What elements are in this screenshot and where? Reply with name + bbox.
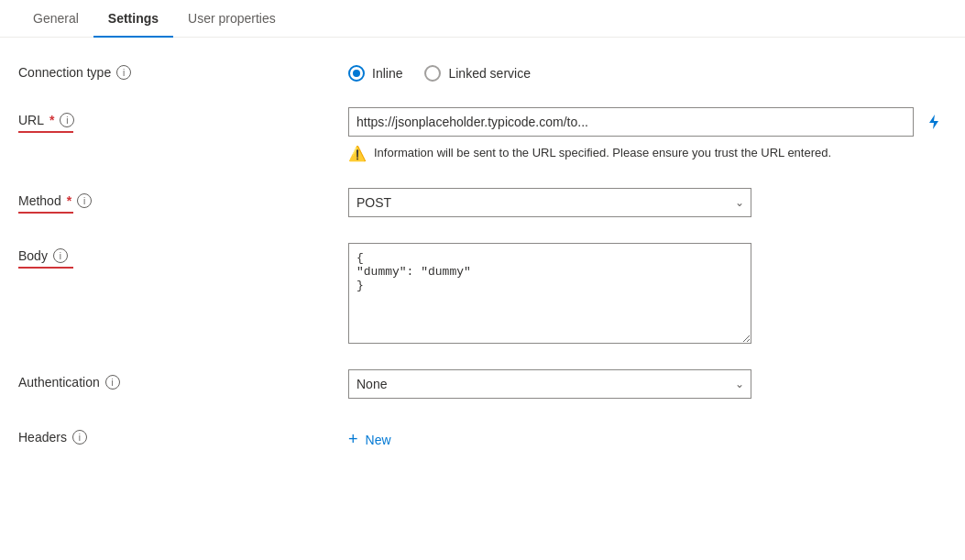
url-underline (18, 131, 73, 133)
url-field-group: ⚠️ Information will be sent to the URL s… (348, 107, 947, 162)
radio-inline-label: Inline (372, 66, 402, 81)
tab-settings[interactable]: Settings (93, 0, 173, 37)
url-required-star: * (49, 113, 54, 127)
headers-label-area: Headers i (18, 424, 348, 445)
body-label-area: Body i (18, 243, 348, 269)
radio-linked-service-circle[interactable] (424, 65, 441, 82)
radio-linked-service-label: Linked service (448, 66, 531, 81)
method-required-star: * (67, 193, 71, 208)
body-info-icon[interactable]: i (53, 248, 68, 263)
authentication-select[interactable]: None Basic Bearer token (348, 369, 751, 399)
authentication-row: Authentication i None Basic Bearer token… (18, 369, 947, 399)
method-row: Method * i POST GET PUT DELETE PATCH ⌄ (18, 188, 947, 217)
authentication-select-wrapper: None Basic Bearer token ⌄ (348, 369, 751, 399)
settings-content: Connection type i Inline Linked service … (0, 38, 965, 497)
plus-icon: + (348, 430, 358, 449)
authentication-info-icon[interactable]: i (105, 375, 120, 390)
headers-info-icon[interactable]: i (72, 430, 87, 445)
authentication-label: Authentication (18, 375, 100, 390)
headers-add-new-button[interactable]: + New (348, 424, 391, 449)
tab-general[interactable]: General (18, 0, 93, 37)
method-select[interactable]: POST GET PUT DELETE PATCH (348, 188, 751, 217)
url-label: URL (18, 113, 44, 127)
connection-type-row: Connection type i Inline Linked service (18, 60, 947, 82)
body-row: Body i { "dummy": "dummy" } (18, 243, 947, 344)
url-warning-text: Information will be sent to the URL spec… (374, 144, 831, 162)
bolt-icon[interactable] (921, 109, 947, 135)
svg-marker-0 (929, 115, 938, 129)
method-select-wrapper: POST GET PUT DELETE PATCH ⌄ (348, 188, 751, 217)
authentication-label-area: Authentication i (18, 369, 348, 390)
warning-icon: ⚠️ (348, 145, 367, 162)
radio-inline-circle[interactable] (348, 65, 365, 82)
url-input-row (348, 107, 947, 137)
method-underline (18, 212, 73, 214)
headers-row: Headers i + New (18, 424, 947, 449)
method-label: Method (18, 193, 61, 208)
method-label-area: Method * i (18, 188, 348, 214)
method-info-icon[interactable]: i (77, 193, 92, 208)
url-info-icon[interactable]: i (60, 113, 74, 127)
radio-inline[interactable]: Inline (348, 65, 402, 82)
body-underline (18, 267, 73, 269)
tab-user-properties[interactable]: User properties (173, 0, 291, 37)
headers-label: Headers (18, 430, 67, 445)
url-input[interactable] (348, 107, 914, 137)
body-textarea[interactable]: { "dummy": "dummy" } (348, 243, 751, 344)
body-label: Body (18, 248, 48, 263)
radio-linked-service[interactable]: Linked service (424, 65, 531, 82)
tab-bar: General Settings User properties (0, 0, 965, 38)
url-label-area: URL * i (18, 107, 348, 133)
connection-type-label-area: Connection type i (18, 60, 348, 80)
headers-add-new-label: New (366, 433, 391, 447)
url-warning-box: ⚠️ Information will be sent to the URL s… (348, 144, 947, 162)
connection-type-label: Connection type (18, 65, 111, 80)
connection-type-info-icon[interactable]: i (116, 65, 131, 80)
connection-type-radio-group: Inline Linked service (348, 60, 531, 82)
url-row: URL * i ⚠️ Information will be sent to t… (18, 107, 947, 162)
